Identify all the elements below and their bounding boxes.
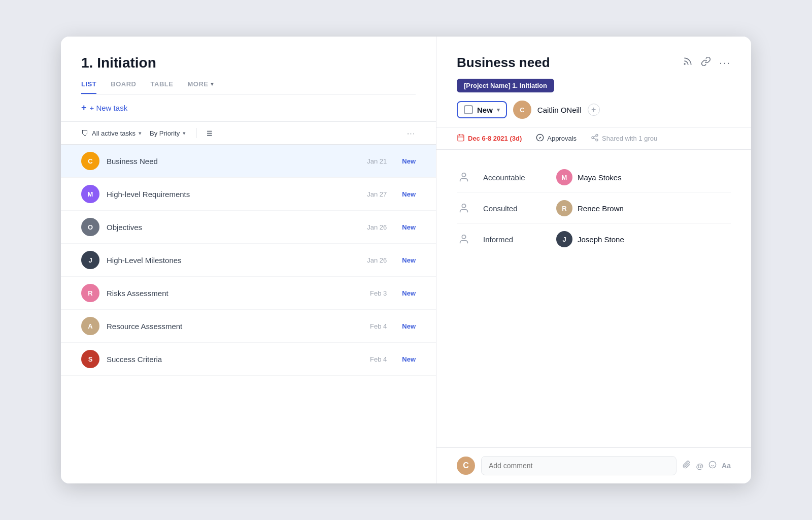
- task-name: High-Level Milestones: [107, 256, 360, 265]
- raci-name-consulted: Renee Brown: [578, 204, 624, 213]
- raci-avatar-consulted: R: [556, 200, 572, 216]
- task-date: Feb 4: [370, 322, 387, 330]
- status-badge: New: [402, 190, 416, 198]
- chevron-down-icon-sort: ▾: [183, 130, 186, 137]
- person-icon-informed: [457, 232, 471, 246]
- new-task-bar: + + New task: [61, 94, 436, 122]
- assignee-avatar: C: [513, 101, 531, 119]
- task-row[interactable]: R Risks Assessment Feb 3 New: [61, 277, 436, 310]
- svg-point-7: [596, 139, 598, 141]
- status-badge: New: [402, 256, 416, 264]
- status-select[interactable]: New ▾: [457, 101, 507, 118]
- all-tasks-label: All active tasks: [92, 129, 136, 137]
- raci-person-informed[interactable]: J Joseph Stone: [556, 231, 624, 247]
- shared-label: Shared with 1 grou: [602, 135, 657, 142]
- task-name: Resource Assessment: [107, 322, 363, 331]
- chevron-icon: ▾: [497, 107, 500, 113]
- avatar: M: [81, 185, 99, 203]
- link-icon[interactable]: [701, 56, 711, 69]
- new-task-button[interactable]: + + New task: [81, 103, 127, 113]
- status-badge: New: [402, 289, 416, 297]
- avatar: S: [81, 350, 99, 368]
- tab-table[interactable]: TABLE: [151, 80, 174, 94]
- comment-bar: C @ Aa: [436, 447, 751, 483]
- raci-avatar-informed: J: [556, 231, 572, 247]
- filter-tasks-button[interactable]: ⛉ All active tasks ▾: [81, 129, 142, 138]
- tab-board[interactable]: BOARD: [111, 80, 136, 94]
- font-icon[interactable]: Aa: [722, 462, 731, 470]
- attachment-icon[interactable]: [683, 461, 691, 471]
- person-icon: [457, 170, 471, 184]
- task-row[interactable]: O Objectives Jan 26 New: [61, 211, 436, 244]
- detail-title: Business need: [457, 55, 550, 71]
- header-actions: ···: [683, 56, 731, 69]
- new-task-label: + New task: [90, 104, 128, 112]
- status-badge: New: [402, 355, 416, 363]
- more-options-icon[interactable]: ···: [719, 57, 731, 69]
- task-row[interactable]: S Success Criteria Feb 4 New: [61, 343, 436, 376]
- sort-button[interactable]: By Priority ▾: [150, 129, 186, 137]
- task-row[interactable]: C Business Need Jan 21 New: [61, 145, 436, 178]
- task-date: Feb 3: [370, 289, 387, 297]
- approvals-label: Approvals: [547, 135, 577, 142]
- commenter-avatar: C: [457, 457, 475, 475]
- task-row[interactable]: M High-level Requirements Jan 27 New: [61, 178, 436, 211]
- emoji-icon[interactable]: [708, 461, 717, 471]
- raci-label-informed: Informed: [483, 235, 544, 244]
- svg-rect-0: [458, 135, 464, 141]
- more-options-button[interactable]: ···: [407, 129, 416, 137]
- meta-row: Dec 6-8 2021 (3d) Approvals Shared with …: [436, 127, 751, 150]
- assignee-name: Caitlin ONeill: [537, 106, 582, 114]
- raci-person-consulted[interactable]: R Renee Brown: [556, 200, 624, 216]
- raci-label-consulted: Consulted: [483, 204, 544, 213]
- tab-more[interactable]: MORE ▾: [187, 80, 214, 94]
- add-assignee-button[interactable]: +: [588, 104, 600, 116]
- svg-point-10: [462, 173, 465, 177]
- status-badge: New: [402, 223, 416, 231]
- svg-point-6: [592, 137, 594, 139]
- svg-point-5: [596, 134, 598, 136]
- raci-label-accountable: Accountable: [483, 173, 544, 182]
- svg-point-13: [709, 461, 716, 468]
- task-name: Objectives: [107, 223, 360, 232]
- svg-line-9: [594, 136, 596, 137]
- checklist-button[interactable]: ☰: [207, 129, 213, 137]
- avatar: C: [81, 152, 99, 170]
- raci-avatar-accountable: M: [556, 169, 572, 185]
- avatar: R: [81, 284, 99, 302]
- page-title: 1. Initiation: [81, 55, 416, 71]
- filter-bar: ⛉ All active tasks ▾ By Priority ▾ ☰ ···: [61, 122, 436, 145]
- checklist-icon: ☰: [207, 129, 213, 137]
- task-date: Jan 21: [367, 157, 387, 165]
- status-badge: New: [402, 322, 416, 330]
- status-checkbox: [464, 105, 473, 114]
- status-badge: New: [402, 157, 416, 165]
- comment-tools: @ Aa: [683, 461, 731, 471]
- meta-date[interactable]: Dec 6-8 2021 (3d): [457, 134, 522, 143]
- tabs: LIST BOARD TABLE MORE ▾: [81, 80, 416, 94]
- meta-shared[interactable]: Shared with 1 grou: [591, 134, 657, 143]
- task-date: Jan 27: [367, 190, 387, 198]
- avatar: J: [81, 251, 99, 269]
- task-name: Risks Assessment: [107, 289, 363, 298]
- assignee-row: New ▾ C Caitlin ONeill +: [457, 101, 731, 127]
- raci-section: Accountable M Maya Stokes Consulted R Re…: [436, 150, 751, 447]
- check-icon: [536, 134, 544, 143]
- rss-icon[interactable]: [683, 56, 693, 69]
- tab-list[interactable]: LIST: [81, 80, 96, 94]
- meta-approvals[interactable]: Approvals: [536, 134, 577, 143]
- right-panel: Business need ··· [Project Name] 1. Init…: [436, 37, 751, 483]
- task-date: Jan 26: [367, 223, 387, 231]
- person-icon-consulted: [457, 201, 471, 215]
- raci-row-accountable: Accountable M Maya Stokes: [457, 162, 731, 193]
- plus-icon: +: [81, 103, 87, 113]
- raci-person-accountable[interactable]: M Maya Stokes: [556, 169, 622, 185]
- task-row[interactable]: A Resource Assessment Feb 4 New: [61, 310, 436, 343]
- task-name: Success Criteria: [107, 355, 363, 364]
- raci-row-consulted: Consulted R Renee Brown: [457, 193, 731, 224]
- svg-line-8: [594, 138, 596, 140]
- mention-icon[interactable]: @: [696, 462, 703, 470]
- share-icon: [591, 134, 599, 143]
- task-row[interactable]: J High-Level Milestones Jan 26 New: [61, 244, 436, 277]
- comment-input[interactable]: [481, 456, 676, 475]
